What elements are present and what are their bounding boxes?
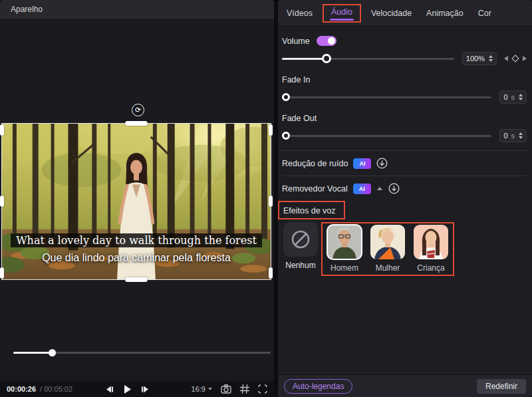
volume-label: Volume <box>282 37 310 46</box>
volume-stepper[interactable] <box>489 55 493 62</box>
snapshot-camera-button[interactable] <box>221 384 231 394</box>
voice-effect-name: Homem <box>331 263 358 273</box>
man-photo <box>327 225 362 259</box>
noise-reduction-label: Redução de ruído <box>282 159 348 168</box>
voice-effect-woman-thumb[interactable] <box>370 225 405 259</box>
voice-effect-woman[interactable]: Mulher <box>369 225 406 273</box>
voice-effect-name: Mulher <box>376 263 400 273</box>
voice-effect-child[interactable]: Criança <box>412 225 450 273</box>
woman-photo <box>370 225 405 259</box>
fade-in-unit: s <box>511 93 515 101</box>
volume-slider[interactable] <box>282 54 454 63</box>
chevron-down-icon <box>208 388 212 390</box>
keyframe-previous-icon[interactable] <box>504 56 508 61</box>
keyframe-controls <box>504 56 527 61</box>
volume-slider-thumb[interactable] <box>322 54 331 63</box>
volume-value[interactable]: 100% <box>466 55 485 63</box>
voice-effect-none[interactable]: Nenhum <box>282 222 319 270</box>
transform-handle-top[interactable] <box>125 121 148 126</box>
app-window: Aparelho ⟳ <box>0 0 532 397</box>
volume-toggle[interactable] <box>317 36 336 46</box>
subtitle-line-1: What a lovely day to walk through the fo… <box>2 233 271 247</box>
voice-effects-list: Nenhum <box>282 222 527 276</box>
tab-audio-annotation: Áudio <box>323 4 361 23</box>
auto-captions-button[interactable]: Auto-legendas <box>284 379 352 394</box>
fade-out-slider-thumb[interactable] <box>282 132 290 140</box>
fade-out-value-box[interactable]: 0 s <box>499 129 527 142</box>
aspect-ratio-dropdown[interactable]: 16:9 <box>192 385 212 393</box>
play-button[interactable] <box>122 384 132 394</box>
seek-bar[interactable] <box>13 349 271 356</box>
voice-effects-annotation: Efeitos de voz <box>278 201 345 219</box>
voice-effects-annotation-box: Homem <box>321 222 454 276</box>
fade-out-value[interactable]: 0 <box>503 132 507 140</box>
preview-panel-header: Aparelho <box>0 0 274 19</box>
keyframe-next-icon[interactable] <box>523 56 527 61</box>
collapse-caret-icon[interactable] <box>377 187 382 190</box>
voice-effects-label: Efeitos de voz <box>283 206 336 215</box>
transform-handle-mid-left[interactable] <box>0 196 4 207</box>
seek-thumb[interactable] <box>49 349 56 356</box>
timecode: 00:00:26 / 00:05:02 <box>7 385 72 393</box>
tab-videos[interactable]: Vídeos <box>279 9 320 18</box>
transform-handle-top-left[interactable] <box>0 124 4 136</box>
preview-canvas[interactable]: ⟳ <box>0 19 274 374</box>
tab-animacao[interactable]: Animação <box>419 9 471 18</box>
previous-frame-button[interactable] <box>105 385 114 394</box>
fade-out-stepper[interactable] <box>519 132 523 139</box>
voice-effect-name: Nenhum <box>285 261 315 270</box>
subtitle-line-2: Que dia lindo para caminar pela floresta <box>2 252 271 264</box>
transport-bar: 00:00:26 / 00:05:02 16:9 <box>0 381 274 397</box>
fade-in-stepper[interactable] <box>519 94 523 100</box>
child-photo <box>414 225 448 259</box>
aspect-ratio-value: 16:9 <box>192 385 205 393</box>
fade-out-unit: s <box>511 132 515 140</box>
transform-handle-bottom[interactable] <box>125 277 148 282</box>
current-time: 00:00:26 <box>7 385 36 393</box>
properties-tabbar: Vídeos Áudio Velocidade Animação Cor <box>278 0 532 27</box>
vocal-remover-label: Removedor Vocal <box>282 184 348 194</box>
fade-out-label: Fade Out <box>282 114 527 123</box>
panel-footer: Auto-legendas Redefinir <box>278 374 532 397</box>
fade-in-label: Fade In <box>282 75 527 84</box>
preview-panel: Aparelho ⟳ <box>0 0 274 397</box>
download-icon[interactable] <box>376 158 388 169</box>
voice-effect-man[interactable]: Homem <box>326 225 363 273</box>
fade-out-slider[interactable] <box>282 131 491 140</box>
prohibition-icon <box>290 229 311 250</box>
tab-audio[interactable]: Áudio <box>331 7 352 17</box>
tab-cor[interactable]: Cor <box>471 9 499 18</box>
tab-velocidade[interactable]: Velocidade <box>364 9 419 18</box>
preview-title: Aparelho <box>11 5 43 14</box>
transform-handle-bottom-left[interactable] <box>0 267 4 279</box>
properties-panel: Vídeos Áudio Velocidade Animação Cor Vol… <box>278 0 532 397</box>
audio-settings: Volume 100% Fad <box>278 27 532 374</box>
transform-handle-mid-right[interactable] <box>269 196 273 207</box>
download-icon[interactable] <box>388 183 400 194</box>
noise-reduction-row: Redução de ruído AI <box>282 151 527 176</box>
fullscreen-button[interactable] <box>258 384 267 394</box>
active-tab-underline <box>330 19 354 21</box>
ai-badge: AI <box>353 158 371 169</box>
voice-effect-man-thumb[interactable] <box>327 225 362 259</box>
rotate-handle-icon[interactable]: ⟳ <box>132 104 144 116</box>
transform-handle-top-right[interactable] <box>269 124 273 136</box>
keyframe-add-icon[interactable] <box>511 55 519 62</box>
seek-progress <box>13 352 52 354</box>
transform-handle-bottom-right[interactable] <box>269 267 273 279</box>
volume-value-box[interactable]: 100% <box>462 52 497 65</box>
reset-button[interactable]: Redefinir <box>477 379 526 394</box>
fade-in-value-box[interactable]: 0 s <box>499 90 527 104</box>
ai-badge: AI <box>353 184 371 194</box>
volume-toggle-thumb <box>328 37 335 45</box>
fade-in-value[interactable]: 0 <box>503 93 507 101</box>
video-clip-selection[interactable]: What a lovely day to walk through the fo… <box>1 123 271 280</box>
voice-effect-none-tile[interactable] <box>283 222 318 257</box>
grid-overlay-button[interactable] <box>240 384 249 394</box>
total-time: / 00:05:02 <box>40 385 72 393</box>
fade-in-slider-thumb[interactable] <box>282 93 290 101</box>
voice-effect-name: Criança <box>417 263 444 273</box>
voice-effect-child-thumb[interactable] <box>414 225 448 259</box>
fade-in-slider[interactable] <box>282 92 491 102</box>
next-frame-button[interactable] <box>141 385 150 394</box>
